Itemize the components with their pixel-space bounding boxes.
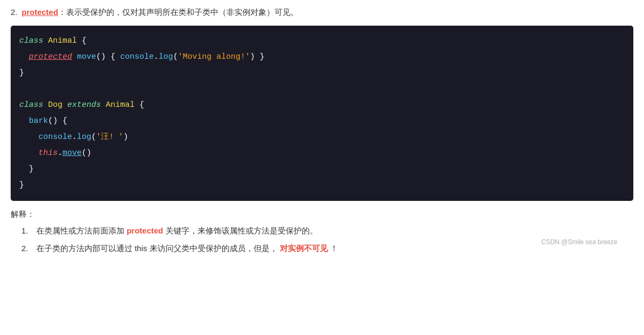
code-line-2: protected move () { console . log ( 'Mov… — [19, 49, 623, 65]
explanation-title: 解释： — [11, 209, 633, 220]
code-line-3: } — [19, 65, 623, 81]
intro-number: 2. — [11, 5, 18, 19]
explanation-list: 1. 在类属性或方法前面添加 protected 关键字，来修饰该属性或方法是受… — [11, 224, 633, 255]
keyword-this: this — [38, 145, 58, 161]
keyword-class-2: class — [19, 97, 43, 113]
classname-animal-2: Animal — [106, 97, 135, 113]
method-move-call: move — [62, 145, 82, 161]
keyword-extends: extends — [67, 97, 101, 113]
exp-keyword-protected: protected — [127, 226, 163, 235]
method-log-1: log — [159, 49, 173, 65]
classname-animal: Animal — [48, 33, 77, 49]
intro-line: 2. protected ：表示受保护的，仅对其声明所在类和子类中（非实例对象）… — [11, 5, 633, 19]
exp-text-1-after: 关键字，来修饰该属性或方法是受保护的。 — [166, 226, 318, 235]
method-move: move — [77, 49, 96, 65]
code-line-10: } — [19, 177, 623, 193]
code-line-4 — [19, 81, 623, 97]
list-number-2: 2. — [21, 244, 36, 253]
intro-keyword-protected: protected — [22, 5, 58, 19]
keyword-class-1: class — [19, 33, 43, 49]
intro-description: ：表示受保护的，仅对其声明所在类和子类中（非实例对象）可见。 — [58, 5, 299, 19]
method-log-2: log — [77, 129, 91, 145]
exp-highlight-not-visible: 对实例不可见 — [280, 244, 328, 253]
code-block: class Animal { protected move () { conso… — [11, 26, 633, 201]
keyword-protected-code: protected — [29, 49, 72, 65]
code-line-8: this . move () — [19, 145, 623, 161]
code-line-1: class Animal { — [19, 33, 623, 49]
exp-text-1-before: 在类属性或方法前面添加 — [36, 226, 127, 235]
code-line-9: } — [19, 161, 623, 177]
page-wrapper: 2. protected ：表示受保护的，仅对其声明所在类和子类中（非实例对象）… — [11, 5, 633, 255]
explanation-section: 解释： 1. 在类属性或方法前面添加 protected 关键字，来修饰该属性或… — [11, 209, 633, 255]
console-2: console — [38, 129, 72, 145]
list-number-1: 1. — [21, 226, 36, 235]
console-1: console — [120, 49, 154, 65]
code-line-6: bark () { — [19, 113, 623, 129]
classname-dog: Dog — [48, 97, 62, 113]
exp-text-2-after: ！ — [330, 244, 338, 253]
code-line-5: class Dog extends Animal { — [19, 97, 623, 113]
code-line-7: console . log ( '汪! ' ) — [19, 129, 623, 145]
string-bark: '汪! ' — [96, 129, 123, 145]
watermark: CSDN @Smile sea breeze — [541, 238, 617, 246]
explanation-item-2: 2. 在子类的方法内部可以通过 this 来访问父类中受保护的成员，但是， 对实… — [11, 241, 633, 255]
exp-text-2: 在子类的方法内部可以通过 this 来访问父类中受保护的成员，但是， 对实例不可… — [36, 241, 338, 255]
exp-text-2-before: 在子类的方法内部可以通过 this 来访问父类中受保护的成员，但是， — [36, 244, 278, 253]
method-bark: bark — [29, 113, 48, 129]
string-moving: 'Moving along!' — [178, 49, 250, 65]
exp-text-1: 在类属性或方法前面添加 protected 关键字，来修饰该属性或方法是受保护的… — [36, 224, 318, 238]
explanation-item-1: 1. 在类属性或方法前面添加 protected 关键字，来修饰该属性或方法是受… — [11, 224, 633, 238]
